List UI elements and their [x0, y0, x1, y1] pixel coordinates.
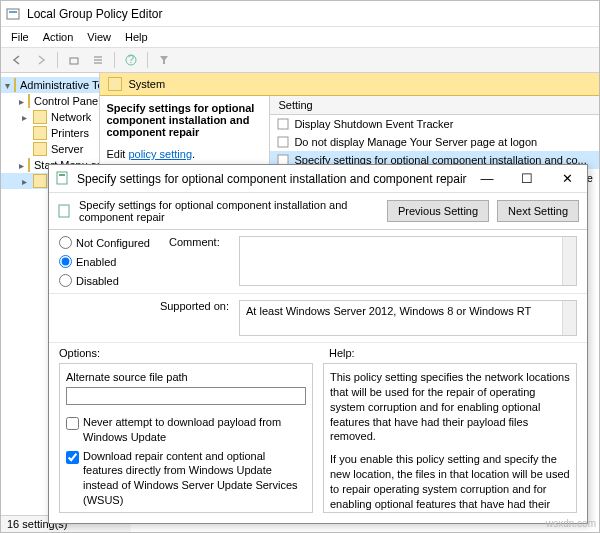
back-icon[interactable]	[7, 50, 27, 70]
checkbox-never-download[interactable]	[66, 417, 79, 430]
comment-textarea[interactable]	[239, 236, 577, 286]
list-item[interactable]: Display Shutdown Event Tracker	[270, 115, 599, 133]
next-setting-button[interactable]: Next Setting	[497, 200, 579, 222]
folder-icon	[14, 78, 16, 92]
radio-not-configured[interactable]: Not Configured	[59, 236, 159, 249]
path-label: System	[128, 78, 165, 90]
folder-icon	[33, 110, 47, 124]
tree-node-network[interactable]: ▸Network	[1, 109, 99, 125]
svg-rect-1	[9, 11, 17, 13]
help-icon[interactable]: ?	[121, 50, 141, 70]
dialog-subtitle: Specify settings for optional component …	[79, 199, 379, 223]
checkbox-wsus[interactable]	[66, 451, 79, 464]
svg-rect-2	[70, 58, 78, 64]
tree-node-control-panel[interactable]: ▸Control Panel	[1, 93, 99, 109]
menu-file[interactable]: File	[5, 29, 35, 45]
policy-icon	[55, 171, 71, 187]
alt-path-label: Alternate source file path	[66, 370, 306, 385]
previous-setting-button[interactable]: Previous Setting	[387, 200, 489, 222]
dialog-subheader: Specify settings for optional component …	[49, 193, 587, 230]
svg-rect-8	[278, 119, 288, 129]
forward-icon[interactable]	[31, 50, 51, 70]
comment-label: Comment:	[169, 236, 229, 287]
policy-icon	[276, 117, 290, 131]
folder-icon	[28, 94, 30, 108]
toolbar: ?	[1, 48, 599, 73]
svg-rect-12	[57, 172, 67, 184]
menu-view[interactable]: View	[81, 29, 117, 45]
path-bar: System	[100, 73, 599, 96]
radio-enabled[interactable]: Enabled	[59, 255, 159, 268]
window-title: Local Group Policy Editor	[27, 7, 595, 21]
policy-icon	[276, 135, 290, 149]
maximize-button[interactable]: ☐	[507, 165, 547, 193]
folder-icon	[33, 174, 47, 188]
help-label: Help:	[329, 347, 355, 359]
dialog-titlebar: Specify settings for optional component …	[49, 165, 587, 193]
policy-dialog: Specify settings for optional component …	[48, 164, 588, 524]
tree-node-printers[interactable]: Printers	[1, 125, 99, 141]
edit-policy-link[interactable]: policy setting	[128, 148, 192, 160]
setting-heading: Specify settings for optional component …	[106, 102, 254, 138]
options-label: Options:	[59, 347, 329, 359]
dialog-title: Specify settings for optional component …	[77, 172, 467, 186]
svg-rect-9	[278, 137, 288, 147]
folder-icon	[33, 126, 47, 140]
supported-text: At least Windows Server 2012, Windows 8 …	[239, 300, 577, 336]
options-pane: Alternate source file path Never attempt…	[59, 363, 313, 513]
titlebar: Local Group Policy Editor	[1, 1, 599, 27]
state-radios: Not Configured Enabled Disabled	[59, 236, 159, 287]
policy-icon	[57, 204, 71, 218]
svg-rect-13	[59, 174, 65, 176]
app-icon	[5, 6, 21, 22]
scrollbar[interactable]	[562, 301, 576, 335]
up-icon[interactable]	[64, 50, 84, 70]
list-icon[interactable]	[88, 50, 108, 70]
watermark: wsxdn.com	[546, 518, 596, 529]
folder-icon	[33, 142, 47, 156]
menu-help[interactable]: Help	[119, 29, 154, 45]
svg-rect-0	[7, 9, 19, 19]
folder-icon	[108, 77, 122, 91]
alt-path-input[interactable]	[66, 387, 306, 405]
scrollbar[interactable]	[562, 237, 576, 285]
menubar: File Action View Help	[1, 27, 599, 48]
close-button[interactable]: ✕	[547, 165, 587, 193]
tree-node-admin-templates[interactable]: ▾Administrative Templates	[1, 77, 99, 93]
svg-rect-14	[59, 205, 69, 217]
minimize-button[interactable]: —	[467, 165, 507, 193]
tree-node-server[interactable]: Server	[1, 141, 99, 157]
radio-disabled[interactable]: Disabled	[59, 274, 159, 287]
menu-action[interactable]: Action	[37, 29, 80, 45]
folder-icon	[28, 158, 30, 172]
help-pane: This policy setting specifies the networ…	[323, 363, 577, 513]
list-header[interactable]: Setting	[270, 96, 599, 115]
supported-label: Supported on:	[59, 300, 229, 312]
svg-text:?: ?	[128, 54, 134, 65]
filter-icon[interactable]	[154, 50, 174, 70]
list-item[interactable]: Do not display Manage Your Server page a…	[270, 133, 599, 151]
